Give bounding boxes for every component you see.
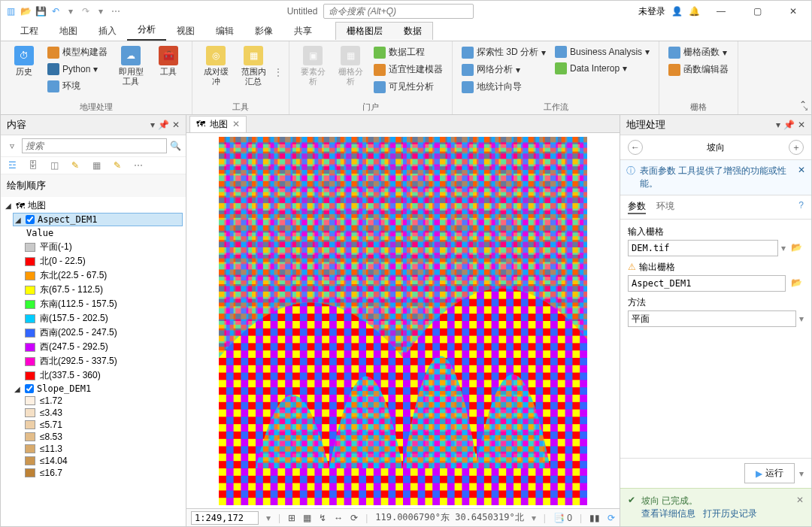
legend-item[interactable]: ≤8.53	[25, 431, 183, 443]
gallery-expand-icon[interactable]: ⋮	[274, 67, 283, 77]
legend-item[interactable]: ≤3.43	[25, 407, 183, 419]
open-icon[interactable]: 📂	[19, 5, 32, 18]
undo-menu-icon[interactable]: ▾	[64, 5, 77, 18]
layer-aspect[interactable]: ◢Aspect_DEM1	[13, 213, 183, 226]
python-button[interactable]: Python ▾	[44, 62, 111, 77]
layer-slope-checkbox[interactable]	[25, 384, 34, 393]
dynamic-icon[interactable]: ⟳	[350, 513, 358, 523]
output-browse-icon[interactable]: 📂	[789, 275, 804, 290]
legend-item[interactable]: 东南(112.5 - 157.5)	[25, 297, 183, 311]
correction-icon[interactable]: ↔	[334, 513, 343, 523]
summarize-within-button[interactable]: ▦范围内汇总	[236, 44, 271, 87]
input-dropdown-icon[interactable]: ▾	[781, 243, 786, 253]
tab-view[interactable]: 视图	[166, 22, 205, 41]
new-project-icon[interactable]: ▥	[4, 5, 17, 18]
gp-menu-icon[interactable]: ▾	[776, 120, 780, 130]
data-engineering-button[interactable]: 数据工程	[371, 44, 446, 60]
suitability-modeler-button[interactable]: 适宜性建模器	[371, 62, 446, 77]
redo-menu-icon[interactable]: ▾	[94, 5, 108, 18]
input-browse-icon[interactable]: 📂	[789, 240, 804, 255]
method-select[interactable]	[628, 310, 796, 327]
map-tab[interactable]: 🗺地图✕	[189, 116, 247, 132]
legend-item[interactable]: 南(157.5 - 202.5)	[25, 311, 183, 326]
filter-icon[interactable]: ▿	[5, 139, 19, 153]
gp-msg-close-icon[interactable]: ✕	[796, 495, 804, 505]
panel-close-icon[interactable]: ✕	[172, 120, 180, 130]
notifications-icon[interactable]: 🔔	[689, 6, 700, 17]
tab-raster-layer[interactable]: 栅格图层	[336, 23, 393, 40]
save-icon[interactable]: 💾	[34, 5, 47, 18]
tab-project[interactable]: 工程	[10, 22, 49, 41]
panel-pin-icon[interactable]: 📌	[158, 120, 169, 130]
tab-share[interactable]: 共享	[283, 22, 323, 41]
command-search-input[interactable]	[323, 4, 474, 19]
tab-edit[interactable]: 编辑	[205, 22, 244, 41]
legend-item[interactable]: ≤5.71	[25, 419, 183, 431]
run-menu-icon[interactable]: ▾	[799, 468, 804, 479]
legend-item[interactable]: 北(337.5 - 360)	[25, 368, 183, 383]
run-button[interactable]: ▶运行	[744, 463, 795, 483]
redo-icon[interactable]: ↷	[79, 5, 92, 18]
undo-icon[interactable]: ↶	[49, 5, 62, 18]
toc-list-by-editing-icon[interactable]: ✎	[68, 160, 82, 171]
layer-aspect-checkbox[interactable]	[26, 215, 35, 224]
close-icon[interactable]: ✕	[778, 1, 808, 22]
toc-list-by-source-icon[interactable]: 🗄	[26, 160, 40, 171]
selected-features-icon[interactable]: 📑 0	[553, 513, 572, 523]
environments-button[interactable]: 环境	[44, 78, 111, 94]
legend-item[interactable]: ≤16.7	[25, 467, 183, 479]
toc-search-input[interactable]	[22, 138, 167, 153]
refresh-icon[interactable]: ⟳	[607, 513, 615, 523]
toc-list-by-snapping-icon[interactable]: ▦	[89, 160, 103, 171]
toc-more-icon[interactable]: ⋯	[132, 160, 145, 171]
legend-item[interactable]: 西(247.5 - 292.5)	[25, 340, 183, 354]
geostat-wizard-button[interactable]: 地统计向导	[459, 79, 549, 95]
constraint-icon[interactable]: ↯	[319, 513, 326, 523]
layer-slope[interactable]: ◢Slope_DEM1	[13, 383, 183, 395]
legend-item[interactable]: ≤1.72	[25, 395, 183, 407]
login-status[interactable]: 未登录	[638, 5, 665, 18]
tab-map[interactable]: 地图	[49, 22, 88, 41]
model-builder-button[interactable]: 模型构建器	[44, 44, 111, 60]
gp-tab-env[interactable]: 环境	[656, 200, 674, 214]
toc-list-by-labeling-icon[interactable]: ✎	[111, 160, 124, 171]
panel-menu-icon[interactable]: ▾	[150, 120, 155, 130]
legend-item[interactable]: 西北(292.5 - 337.5)	[25, 354, 183, 368]
user-icon[interactable]: 👤	[671, 6, 683, 17]
raster-functions-button[interactable]: 栅格函数 ▾	[665, 44, 732, 60]
legend-item[interactable]: ≤11.3	[25, 443, 183, 455]
maximize-icon[interactable]: ▢	[742, 1, 772, 22]
legend-item[interactable]: ≤14.04	[25, 455, 183, 467]
gp-info-close-icon[interactable]: ✕	[798, 165, 805, 190]
map-tab-close-icon[interactable]: ✕	[232, 119, 240, 129]
network-analysis-button[interactable]: 网络分析 ▾	[459, 62, 549, 77]
tab-analysis[interactable]: 分析	[127, 20, 166, 41]
grid-icon[interactable]: ▦	[303, 513, 311, 523]
visibility-button[interactable]: 可见性分析	[371, 79, 446, 95]
method-dropdown-icon[interactable]: ▾	[799, 313, 804, 324]
legend-item[interactable]: 东(67.5 - 112.5)	[25, 283, 183, 297]
gp-add-favorite-icon[interactable]: ＋	[789, 140, 804, 155]
map-canvas[interactable]	[219, 137, 587, 505]
snapping-icon[interactable]: ⊞	[288, 513, 295, 523]
qat-custom-icon[interactable]: ⋯	[109, 5, 123, 18]
gp-back-icon[interactable]: ←	[628, 140, 643, 155]
gp-tab-params[interactable]: 参数	[628, 200, 646, 214]
toc-list-by-drawing-icon[interactable]: ☲	[5, 160, 19, 171]
output-raster-field[interactable]	[628, 275, 786, 292]
history-button[interactable]: ⏱历史	[7, 44, 41, 78]
legend-item[interactable]: 西南(202.5 - 247.5)	[25, 326, 183, 340]
pairwise-buffer-button[interactable]: ◎成对缓冲	[198, 44, 233, 87]
tab-insert[interactable]: 插入	[88, 22, 127, 41]
gp-help-icon[interactable]: ?	[798, 200, 804, 214]
pause-drawing-icon[interactable]: ▮▮	[589, 513, 600, 523]
ready-tools-button[interactable]: ☁即用型工具	[114, 44, 148, 87]
tab-data[interactable]: 数据	[393, 23, 432, 40]
gp-pin-icon[interactable]: 📌	[783, 120, 795, 130]
exploratory-3d-button[interactable]: 探索性 3D 分析 ▾	[459, 44, 549, 60]
data-interop-button[interactable]: Data Interop ▾	[552, 61, 653, 76]
legend-item[interactable]: 北(0 - 22.5)	[25, 254, 183, 268]
gp-close-icon[interactable]: ✕	[798, 120, 805, 130]
toc-search-go-icon[interactable]: 🔍	[170, 141, 181, 151]
tools-button[interactable]: 🧰工具	[151, 44, 186, 78]
